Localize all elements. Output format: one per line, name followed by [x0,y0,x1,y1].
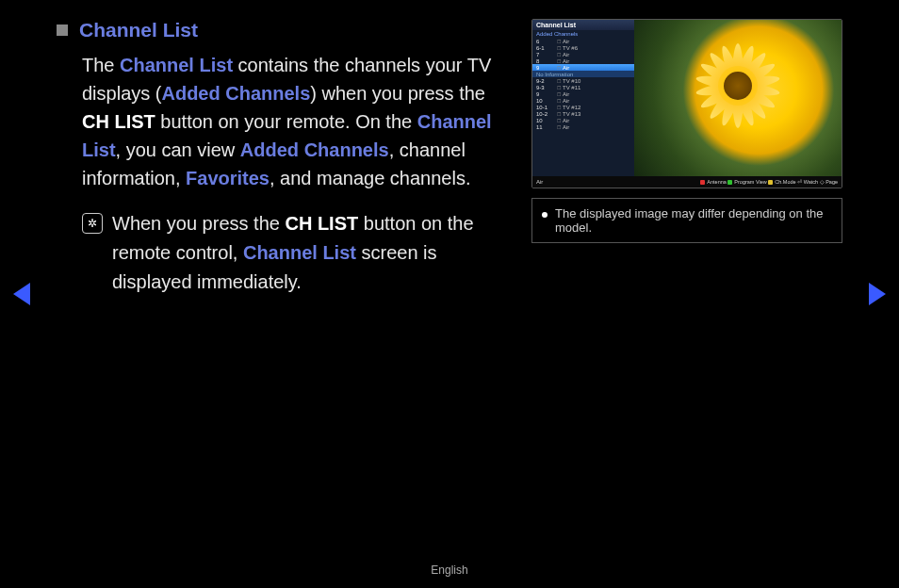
text: , and manage channels. [270,168,471,188]
channel-row: 6☐Air [532,38,634,44]
osd-hint: Ch.Mode [768,179,797,185]
channel-row: 9☐Air [532,90,634,97]
osd-hint: ◇ Page [820,179,838,185]
text: The [82,55,120,75]
bold-ch-list: CH LIST [285,213,358,234]
example-screenshot: Channel List Added Channels 6☐Air6-1☐TV … [531,19,842,188]
paragraph-1: The Channel List contains the channels y… [82,51,513,192]
note-row: ✲ When you press the CH LIST button on t… [82,209,513,297]
link-favorites: Favorites [186,168,270,188]
text: , you can view [116,139,240,160]
section-bullet-icon [57,24,68,36]
channel-row: 10-2☐TV #13 [532,110,634,117]
link-channel-list: Channel List [120,55,233,75]
text: button on your remote. On the [155,111,417,132]
osd-hint: Program View [727,179,768,185]
osd-hint: Antenna [700,179,727,185]
panel-title: Channel List [532,20,634,30]
channel-row: 9-2☐TV #10 [532,77,634,84]
next-page-arrow[interactable] [869,283,886,305]
channel-row: 11☐Air [532,123,634,130]
channel-row: 8☐Air [532,57,634,64]
channel-row: 10☐Air [532,117,634,123]
bold-ch-list: CH LIST [82,111,155,132]
osd-hint: ⏎ Watch [797,179,819,185]
section-heading: Channel List [79,19,198,41]
tv-preview-image [634,20,842,176]
panel-subtitle: Added Channels [532,30,634,38]
text: When you press the [112,213,285,234]
link-added-channels: Added Channels [161,83,310,104]
channel-row: 10☐Air [532,97,634,104]
footer-language: English [0,564,899,577]
caption-box: The displayed image may differ depending… [531,198,842,243]
link-added-channels: Added Channels [240,139,389,160]
remote-icon-glyph: ✲ [88,217,97,230]
caption-text: The displayed image may differ depending… [555,206,832,235]
remote-icon: ✲ [82,213,103,234]
channel-row: 9-3☐TV #11 [532,84,634,90]
osd-bottom-bar: Air Antenna Program View Ch.Mode ⏎ Watch… [532,176,842,188]
text: ) when you press the [310,83,485,104]
channel-row: No Information [532,71,634,77]
channel-row: 10-1☐TV #12 [532,104,634,110]
channel-row: 7☐Air [532,51,634,57]
channel-row: 6-1☐TV #6 [532,44,634,51]
current-source: Air [536,179,696,185]
bullet-icon [542,212,548,218]
link-channel-list: Channel List [243,242,356,263]
prev-page-arrow[interactable] [13,283,30,305]
channel-list-panel: Channel List Added Channels 6☐Air6-1☐TV … [532,20,634,176]
note-paragraph: When you press the CH LIST button on the… [112,209,513,297]
channel-row: 9☐Air [532,64,634,71]
